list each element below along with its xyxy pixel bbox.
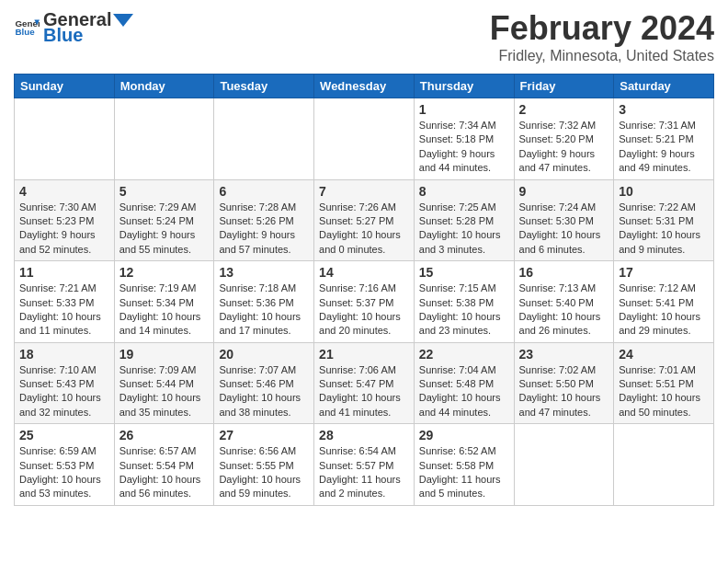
table-row: 11 Sunrise: 7:21 AM Sunset: 5:33 PM Dayl… [15, 261, 115, 343]
day-info: Sunrise: 6:56 AM Sunset: 5:55 PM Dayligh… [219, 444, 309, 501]
daylight-text: Daylight: 10 hours and 11 minutes. [19, 311, 101, 336]
sunset-text: Sunset: 5:26 PM [219, 215, 293, 226]
sunset-text: Sunset: 5:41 PM [619, 297, 693, 308]
day-info: Sunrise: 7:22 AM Sunset: 5:31 PM Dayligh… [619, 201, 709, 258]
sunset-text: Sunset: 5:48 PM [419, 378, 494, 389]
day-number: 26 [119, 428, 210, 442]
sunset-text: Sunset: 5:27 PM [319, 215, 393, 226]
daylight-text: Daylight: 10 hours and 41 minutes. [319, 392, 401, 417]
daylight-text: Daylight: 10 hours and 3 minutes. [419, 229, 501, 254]
day-info: Sunrise: 7:04 AM Sunset: 5:48 PM Dayligh… [419, 363, 509, 420]
table-row: 4 Sunrise: 7:30 AM Sunset: 5:23 PM Dayli… [15, 179, 115, 261]
day-number: 4 [19, 184, 109, 199]
table-row: 1 Sunrise: 7:34 AM Sunset: 5:18 PM Dayli… [414, 98, 514, 180]
day-number: 6 [219, 184, 309, 199]
sunrise-text: Sunrise: 7:13 AM [519, 282, 597, 293]
day-number: 11 [19, 265, 109, 280]
day-info: Sunrise: 7:12 AM Sunset: 5:41 PM Dayligh… [619, 282, 709, 339]
header-thursday: Thursday [414, 75, 514, 98]
day-info: Sunrise: 7:28 AM Sunset: 5:26 PM Dayligh… [219, 201, 309, 258]
daylight-text: Daylight: 10 hours and 32 minutes. [19, 392, 101, 417]
daylight-text: Daylight: 11 hours and 2 minutes. [319, 474, 401, 499]
table-row: 20 Sunrise: 7:07 AM Sunset: 5:46 PM Dayl… [214, 342, 314, 424]
day-info: Sunrise: 6:59 AM Sunset: 5:53 PM Dayligh… [19, 444, 109, 501]
sunset-text: Sunset: 5:44 PM [119, 378, 194, 389]
sunrise-text: Sunrise: 7:12 AM [619, 282, 696, 293]
table-row: 23 Sunrise: 7:02 AM Sunset: 5:50 PM Dayl… [514, 342, 614, 424]
header-saturday: Saturday [614, 75, 714, 98]
daylight-text: Daylight: 10 hours and 38 minutes. [219, 392, 301, 417]
table-row [314, 98, 415, 180]
daylight-text: Daylight: 10 hours and 17 minutes. [219, 311, 301, 336]
table-row: 14 Sunrise: 7:16 AM Sunset: 5:37 PM Dayl… [314, 261, 415, 343]
sunset-text: Sunset: 5:57 PM [319, 460, 393, 471]
table-row [514, 424, 614, 506]
header-wednesday: Wednesday [314, 75, 415, 98]
day-info: Sunrise: 7:30 AM Sunset: 5:23 PM Dayligh… [19, 201, 109, 258]
day-number: 3 [619, 102, 709, 117]
sunrise-text: Sunrise: 6:52 AM [419, 445, 496, 456]
sunrise-text: Sunrise: 7:04 AM [419, 364, 496, 375]
sunset-text: Sunset: 5:40 PM [519, 297, 594, 308]
day-number: 10 [619, 184, 709, 199]
sunrise-text: Sunrise: 7:25 AM [419, 201, 496, 213]
daylight-text: Daylight: 9 hours and 47 minutes. [519, 148, 596, 173]
day-number: 8 [419, 184, 509, 199]
table-row: 10 Sunrise: 7:22 AM Sunset: 5:31 PM Dayl… [614, 179, 714, 261]
table-row: 22 Sunrise: 7:04 AM Sunset: 5:48 PM Dayl… [414, 342, 514, 424]
header-friday: Friday [514, 75, 614, 98]
day-info: Sunrise: 7:24 AM Sunset: 5:30 PM Dayligh… [519, 201, 609, 258]
day-info: Sunrise: 7:10 AM Sunset: 5:43 PM Dayligh… [19, 363, 109, 420]
day-number: 19 [119, 347, 210, 362]
table-row: 29 Sunrise: 6:52 AM Sunset: 5:58 PM Dayl… [414, 424, 514, 506]
day-number: 2 [519, 102, 609, 117]
day-number: 18 [19, 347, 109, 362]
day-number: 9 [519, 184, 609, 199]
table-row [15, 98, 115, 180]
sunrise-text: Sunrise: 6:59 AM [19, 445, 97, 456]
day-info: Sunrise: 7:21 AM Sunset: 5:33 PM Dayligh… [19, 282, 109, 339]
sunset-text: Sunset: 5:58 PM [419, 460, 494, 471]
daylight-text: Daylight: 10 hours and 53 minutes. [19, 474, 101, 499]
day-number: 13 [219, 265, 309, 280]
daylight-text: Daylight: 10 hours and 50 minutes. [619, 392, 700, 417]
sunrise-text: Sunrise: 7:30 AM [19, 201, 97, 213]
day-number: 7 [319, 184, 409, 199]
sunrise-text: Sunrise: 7:29 AM [119, 201, 197, 213]
sunset-text: Sunset: 5:46 PM [219, 378, 293, 389]
table-row: 27 Sunrise: 6:56 AM Sunset: 5:55 PM Dayl… [214, 424, 314, 506]
daylight-text: Daylight: 10 hours and 14 minutes. [119, 311, 201, 336]
table-row: 21 Sunrise: 7:06 AM Sunset: 5:47 PM Dayl… [314, 342, 415, 424]
sunrise-text: Sunrise: 7:31 AM [619, 120, 696, 131]
daylight-text: Daylight: 10 hours and 26 minutes. [519, 311, 601, 336]
sunrise-text: Sunrise: 7:28 AM [219, 201, 296, 213]
page-header: General Blue General Blue February 2024 … [14, 9, 714, 64]
daylight-text: Daylight: 9 hours and 44 minutes. [419, 148, 495, 173]
sunrise-text: Sunrise: 7:06 AM [319, 364, 396, 375]
day-info: Sunrise: 7:01 AM Sunset: 5:51 PM Dayligh… [619, 363, 709, 420]
location-subtitle: Fridley, Minnesota, United States [490, 48, 714, 64]
month-year-title: February 2024 [490, 9, 714, 48]
day-info: Sunrise: 7:34 AM Sunset: 5:18 PM Dayligh… [419, 119, 509, 176]
table-row: 26 Sunrise: 6:57 AM Sunset: 5:54 PM Dayl… [114, 424, 214, 506]
table-row: 2 Sunrise: 7:32 AM Sunset: 5:20 PM Dayli… [514, 98, 614, 180]
day-number: 23 [519, 347, 609, 362]
day-info: Sunrise: 7:18 AM Sunset: 5:36 PM Dayligh… [219, 282, 309, 339]
table-row: 7 Sunrise: 7:26 AM Sunset: 5:27 PM Dayli… [314, 179, 415, 261]
calendar-week-row: 11 Sunrise: 7:21 AM Sunset: 5:33 PM Dayl… [15, 261, 714, 343]
sunrise-text: Sunrise: 7:24 AM [519, 201, 597, 213]
daylight-text: Daylight: 9 hours and 57 minutes. [219, 229, 295, 254]
daylight-text: Daylight: 10 hours and 23 minutes. [419, 311, 501, 336]
sunset-text: Sunset: 5:33 PM [19, 297, 94, 308]
day-info: Sunrise: 7:07 AM Sunset: 5:46 PM Dayligh… [219, 363, 309, 420]
table-row: 8 Sunrise: 7:25 AM Sunset: 5:28 PM Dayli… [414, 179, 514, 261]
day-number: 25 [19, 428, 109, 442]
day-info: Sunrise: 7:19 AM Sunset: 5:34 PM Dayligh… [119, 282, 210, 339]
day-number: 20 [219, 347, 309, 362]
sunrise-text: Sunrise: 7:21 AM [19, 282, 97, 293]
day-info: Sunrise: 7:31 AM Sunset: 5:21 PM Dayligh… [619, 119, 709, 176]
daylight-text: Daylight: 10 hours and 56 minutes. [119, 474, 201, 499]
daylight-text: Daylight: 10 hours and 6 minutes. [519, 229, 601, 254]
day-number: 15 [419, 265, 509, 280]
day-number: 14 [319, 265, 409, 280]
